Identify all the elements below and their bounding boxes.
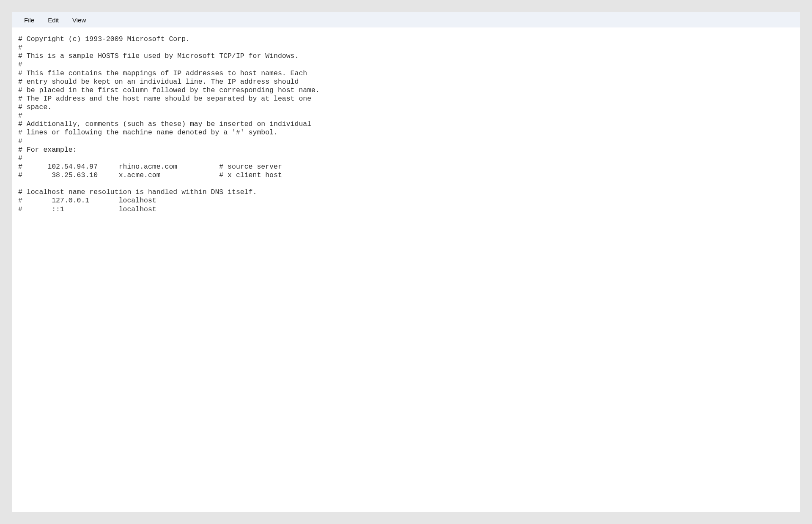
editor-window: File Edit View # Copyright (c) 1993-2009… — [12, 12, 800, 512]
menubar: File Edit View — [12, 12, 800, 27]
menu-edit[interactable]: Edit — [41, 14, 66, 26]
menu-view[interactable]: View — [66, 14, 93, 26]
text-editor-content[interactable]: # Copyright (c) 1993-2009 Microsoft Corp… — [12, 27, 800, 512]
menu-file[interactable]: File — [17, 14, 41, 26]
